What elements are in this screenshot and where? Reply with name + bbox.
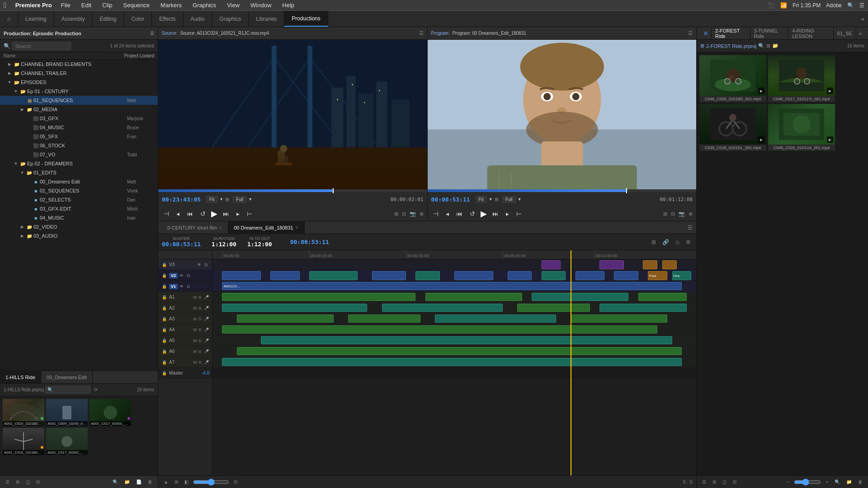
notification-icon[interactable]: ☰ xyxy=(859,2,864,9)
expand-arrow[interactable]: ▶ xyxy=(6,71,13,75)
panel-menu-icon[interactable]: ☰ xyxy=(150,31,154,36)
source-zoom-icon[interactable]: ⊞ xyxy=(225,197,229,202)
snap-btn[interactable]: ⊞ xyxy=(650,238,658,246)
bin-thumb-item[interactable]: A001_C009_10240_001.mp4 xyxy=(46,399,88,426)
track-menu-v1[interactable]: ⊟ xyxy=(185,284,192,289)
track-lock-a2[interactable]: 🔒 xyxy=(161,306,167,310)
menu-view[interactable]: View xyxy=(225,2,241,9)
track-lock-master[interactable]: 🔒 xyxy=(161,371,167,375)
tree-item-sfx[interactable]: ⬛ 05_SFX Fran xyxy=(0,132,158,141)
tab-effects[interactable]: Effects xyxy=(152,11,183,27)
bin-search-input[interactable] xyxy=(45,386,90,394)
program-fit-dropdown[interactable]: Fit xyxy=(476,196,487,203)
add-markers-btn[interactable]: ◇ xyxy=(674,238,681,246)
track-row-master[interactable] xyxy=(212,368,696,379)
expand-arrow[interactable]: ▶ xyxy=(19,107,25,112)
tree-item-stock[interactable]: ⬛ 06_STOCK xyxy=(0,141,158,150)
clip-v2-2[interactable] xyxy=(270,271,299,280)
expand-arrow[interactable]: ▼ xyxy=(19,170,25,175)
loop-btn[interactable]: ↺ xyxy=(198,209,208,218)
bin-refresh-icon[interactable]: ⟳ xyxy=(94,387,98,392)
tab-4-riding[interactable]: 4-RIDING LESSON xyxy=(788,27,833,39)
tree-item-music-ep01[interactable]: ⬛ 04_MUSIC Bruce xyxy=(0,123,158,132)
clip-v2-3[interactable] xyxy=(309,271,358,280)
track-row-a4[interactable] xyxy=(212,324,696,335)
bin-tab-hills[interactable]: 1-HILLS Ride xyxy=(0,371,41,383)
source-fit-dropdown[interactable]: Fit xyxy=(206,196,217,203)
clip-v2-8[interactable] xyxy=(542,271,566,280)
timeline-menu-icon[interactable]: ☰ xyxy=(688,225,693,231)
bin-item[interactable]: ▶ C048_C018_0101DL_001.mp4 xyxy=(699,104,766,151)
track-mic-a6[interactable]: 🎤 xyxy=(203,349,209,354)
timeline-zoom-slider[interactable] xyxy=(193,479,229,486)
extract-btn[interactable]: ⊟ xyxy=(671,211,675,217)
r-icon-view[interactable]: ⊞ xyxy=(711,479,718,485)
track-row-a6[interactable] xyxy=(212,346,696,357)
next-edit-btn-prog[interactable]: ⏭ xyxy=(491,209,500,218)
icon-view-btn[interactable]: ⊞ xyxy=(14,479,21,485)
track-lock-a1[interactable]: 🔒 xyxy=(161,295,167,300)
clip-a3-2[interactable] xyxy=(348,314,421,323)
clip-a5-main[interactable] xyxy=(261,336,672,344)
track-menu-v3[interactable]: ⊟ xyxy=(203,263,209,267)
step-back-btn-prog[interactable]: ◂ xyxy=(444,209,451,218)
track-row-a3[interactable] xyxy=(212,314,696,324)
r-new-folder[interactable]: 📁 xyxy=(844,479,854,485)
clip-a2-1[interactable] xyxy=(222,304,367,312)
r-delete[interactable]: 🗑 xyxy=(856,479,864,485)
source-playbar[interactable] xyxy=(158,189,427,192)
track-eye-v3[interactable]: 👁 xyxy=(197,263,201,267)
clip-a1-4[interactable] xyxy=(638,293,687,301)
r-zoom-slider[interactable] xyxy=(794,479,821,486)
tab-assembly[interactable]: Assembly xyxy=(54,11,93,27)
bin-item[interactable]: ▶ C048_C009_01018D_001.mp4 xyxy=(699,55,766,102)
tree-item-video[interactable]: ▶ 📁 02_VIDEO xyxy=(0,222,158,231)
tree-item-media[interactable]: ▶ 📁 02_MEDIA xyxy=(0,105,158,114)
source-menu-icon[interactable]: ☰ xyxy=(419,30,424,36)
program-menu-icon[interactable]: ☰ xyxy=(688,30,693,36)
tl-tool-2[interactable]: ⊞ xyxy=(173,479,180,485)
more-workspaces-button[interactable]: » xyxy=(858,16,868,22)
mark-in-btn[interactable]: ⊣ xyxy=(162,209,171,218)
clip-v2-4[interactable] xyxy=(372,271,406,280)
track-row-v2[interactable]: Fool Ora xyxy=(212,270,696,281)
tree-item-channel-brand[interactable]: ▶ 📁 CHANNEL BRAND ELEMENTS xyxy=(0,60,158,69)
track-mic-a1[interactable]: 🎤 xyxy=(203,295,209,300)
bin-tab-dreamers[interactable]: 00_Dreamers Edit xyxy=(41,371,93,383)
mark-out-btn[interactable]: ⊢ xyxy=(245,209,254,218)
clip-v2-9[interactable] xyxy=(576,271,604,280)
menu-markers[interactable]: Markers xyxy=(159,2,184,9)
close-century-tab[interactable]: ✕ xyxy=(219,225,222,230)
clip-v3-4[interactable] xyxy=(662,260,677,269)
tree-item-vo[interactable]: ⬛ 07_VO Todd xyxy=(0,150,158,159)
clip-a2-3[interactable] xyxy=(517,304,590,312)
clip-v3-2[interactable] xyxy=(599,260,624,269)
menu-edit[interactable]: Edit xyxy=(80,2,93,9)
add-prog-btn[interactable]: ⊕ xyxy=(689,211,693,217)
tab-graphics[interactable]: Graphics xyxy=(212,11,249,27)
r-freeform-view[interactable]: ◫ xyxy=(721,479,728,485)
clip-a1-2[interactable] xyxy=(425,293,522,301)
tree-item-gfx-edit[interactable]: ■ 03_GFX-EDIT Mitch xyxy=(0,204,158,213)
bin-item[interactable]: ▶ C048_C020_0101U4_001.mp4 xyxy=(768,104,835,151)
menu-graphics[interactable]: Graphics xyxy=(191,2,218,9)
expand-arrow[interactable]: ▼ xyxy=(6,80,13,84)
search-menu-icon[interactable]: 🔍 xyxy=(847,2,854,9)
tl-tab-century[interactable]: 0-CENTURY short film ✕ xyxy=(162,221,228,234)
track-mic-a5[interactable]: 🎤 xyxy=(203,338,209,343)
tab-2-forest[interactable]: 2-FOREST Ride xyxy=(712,27,750,39)
list-view-btn[interactable]: ☰ xyxy=(4,479,11,485)
export-frame-btn-prog[interactable]: 📷 xyxy=(679,211,685,217)
freeform-view-btn[interactable]: ◫ xyxy=(24,479,32,485)
track-lock-v1[interactable]: 🔒 xyxy=(161,284,167,289)
bin-thumb-item[interactable]: A001_C017_0030C_001.mp4 xyxy=(46,428,88,455)
forest-tab-icon[interactable]: ⊞ xyxy=(700,27,712,39)
sort-btn[interactable]: ⊟ xyxy=(34,479,42,485)
clip-a6-main[interactable] xyxy=(237,347,682,355)
track-row-a5[interactable] xyxy=(212,335,696,346)
tree-item-music-ep02[interactable]: ■ 04_MUSIC Ivan xyxy=(0,213,158,222)
tree-item-gfx[interactable]: ⬛ 03_GFX Marjorie xyxy=(0,114,158,123)
tl-tool-1[interactable]: ▲ xyxy=(162,479,170,485)
menu-clip[interactable]: Clip xyxy=(100,2,114,9)
delete-btn[interactable]: 🗑 xyxy=(146,479,154,485)
